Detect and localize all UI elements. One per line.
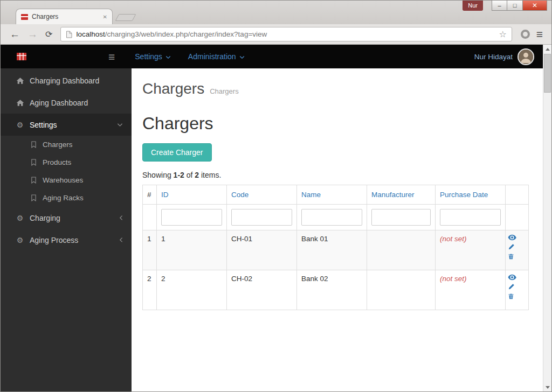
table-cell: 1 [143,230,157,270]
scrollbar-thumb[interactable] [544,54,551,93]
close-button[interactable]: ✕ [523,1,547,11]
table-row[interactable]: 1 1 CH-01 Bank 01 (not set) [143,230,529,270]
sidebar-item-chargers[interactable]: Chargers [1,136,132,153]
summary-prefix: Showing [142,171,174,179]
view-button[interactable] [508,234,526,243]
sidebar: Charging Dashboard Aging Dashboard ⚙ Set… [1,68,132,391]
url-text: localhost/charging3/web/index.php/charge… [76,30,495,38]
url-path: /charging3/web/index.php/charger/index?t… [105,30,267,38]
table-cell [367,230,436,270]
navbar-menu-administration[interactable]: Administration [188,52,245,61]
page-title: Chargers [142,80,204,97]
sidebar-item-charging[interactable]: ⚙ Charging [1,207,132,229]
sidebar-item-aging-process[interactable]: ⚙ Aging Process [1,229,132,251]
bookmark-icon [31,141,38,148]
update-button[interactable] [508,243,526,253]
filter-input-code[interactable] [231,209,292,226]
filter-row [143,205,529,230]
sidebar-item-label: Settings [30,121,57,129]
create-charger-button[interactable]: Create Charger [142,143,212,162]
sidebar-item-label: Products [43,158,71,166]
browser-window: Chargers ✕ Nur – □ ✕ ← → ⟳ localhost/cha… [0,0,552,392]
delete-button[interactable] [508,253,526,263]
gear-icon: ⚙ [15,121,25,129]
table-cell [367,270,436,310]
bookmark-icon [31,194,38,201]
bookmark-star-icon[interactable]: ☆ [499,29,506,39]
navbar-menu-settings[interactable]: Settings [135,52,171,61]
vertical-scrollbar[interactable] [543,45,551,391]
navbar-menu-settings-label: Settings [135,52,162,61]
new-tab-button[interactable] [115,14,136,21]
address-bar[interactable]: localhost/charging3/web/index.php/charge… [60,27,512,41]
view-button[interactable] [508,274,526,283]
sidebar-item-aging-dashboard[interactable]: Aging Dashboard [1,92,132,114]
back-button[interactable]: ← [10,29,20,39]
column-header-id[interactable]: ID [157,185,227,205]
sidebar-item-label: Aging Racks [43,194,84,202]
pencil-icon [508,283,515,290]
eye-icon [508,274,516,281]
browser-menu-icon[interactable]: ≡ [536,29,543,40]
table-cell: Bank 02 [297,270,367,310]
sidebar-item-warehouses[interactable]: Warehouses [1,171,132,189]
column-header-purchase-date[interactable]: Purchase Date [436,185,506,205]
user-name: Nur Hidayat [474,53,513,61]
table-cell: 2 [157,270,227,310]
minimize-button[interactable]: – [492,1,507,11]
bookmark-icon [31,177,38,184]
gear-icon: ⚙ [15,236,25,244]
table-cell: 1 [157,230,227,270]
pencil-icon [508,243,515,250]
reload-button[interactable]: ⟳ [45,30,52,39]
table-cell [157,205,227,230]
column-header-manufacturer[interactable]: Manufacturer [367,185,436,205]
table-header-row: # ID Code Name Manufacturer Purchase Dat… [143,185,529,205]
chevron-down-icon [117,123,123,127]
table-cell: (not set) [436,270,506,310]
sidebar-item-aging-racks[interactable]: Aging Racks [1,189,132,207]
column-header-code[interactable]: Code [227,185,297,205]
sidebar-item-label: Charging Dashboard [30,76,99,85]
triangle-up-icon [546,48,550,51]
table-cell: (not set) [436,230,506,270]
summary-suffix: items. [199,171,221,179]
table-row[interactable]: 2 2 CH-02 Bank 02 (not set) [143,270,529,310]
filter-input-manufacturer[interactable] [371,209,431,226]
sidebar-item-settings[interactable]: ⚙ Settings [1,114,132,136]
scroll-down-button[interactable] [543,383,551,391]
update-button[interactable] [508,283,526,293]
main-content: Chargers Chargers Chargers Create Charge… [132,68,543,391]
gear-icon: ⚙ [15,214,25,222]
filter-input-purchase-date[interactable] [440,209,501,226]
sidebar-item-label: Chargers [43,141,73,149]
summary-range: 1-2 [174,171,184,179]
maximize-button[interactable]: □ [507,1,523,11]
browser-tab[interactable]: Chargers ✕ [16,9,113,24]
sidebar-item-label: Aging Process [30,236,78,244]
profile-badge[interactable]: Nur [463,1,483,11]
table-cell [143,205,157,230]
filter-input-id[interactable] [161,209,222,226]
extensions-icon[interactable] [521,30,530,39]
home-icon [15,99,25,107]
actions-cell [506,230,529,270]
table-cell: CH-02 [227,270,297,310]
user-menu[interactable]: Nur Hidayat [474,48,534,65]
app-navbar: ≡ Settings Administration Nur Hidayat [1,45,543,68]
column-header-name[interactable]: Name [297,185,367,205]
filter-input-name[interactable] [301,209,362,226]
content-header: Chargers Chargers [142,80,532,97]
scroll-up-button[interactable] [543,45,551,53]
sidebar-item-label: Aging Dashboard [30,99,88,107]
forward-button[interactable]: → [27,29,38,39]
delete-button[interactable] [508,293,526,303]
sidebar-item-charging-dashboard[interactable]: Charging Dashboard [1,69,132,92]
sidebar-toggle-icon[interactable]: ≡ [108,51,115,62]
sidebar-item-products[interactable]: Products [1,153,132,171]
tab-close-icon[interactable]: ✕ [103,14,107,20]
actions-cell [506,270,529,310]
tab-title: Chargers [32,13,99,20]
chevron-down-icon [165,55,171,59]
avatar [518,48,534,65]
